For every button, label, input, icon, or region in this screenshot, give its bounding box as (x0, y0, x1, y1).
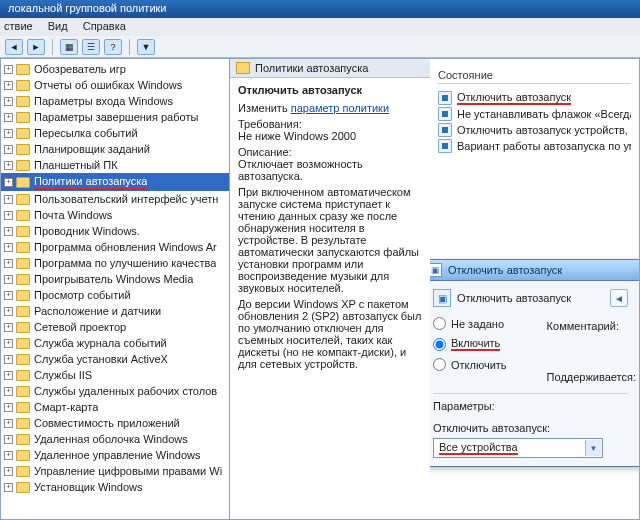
expand-icon[interactable]: + (4, 243, 13, 252)
tree-item[interactable]: +Программа обновления Windows Ar (1, 239, 229, 255)
tree-item[interactable]: +Просмотр событий (1, 287, 229, 303)
description-label: Описание: (238, 146, 292, 158)
tree-item[interactable]: +Параметры входа Windows (1, 93, 229, 109)
tree-item[interactable]: +Сетевой проектор (1, 319, 229, 335)
tree-item[interactable]: +Обозреватель игр (1, 61, 229, 77)
tree-item-label: Пользовательский интерфейс учетн (34, 192, 218, 206)
expand-icon[interactable]: + (4, 145, 13, 154)
dialog-titlebar[interactable]: ▣ Отключить автозапуск (430, 260, 640, 281)
expand-icon[interactable]: + (4, 211, 13, 220)
expand-icon[interactable]: + (4, 483, 13, 492)
expand-icon[interactable]: + (4, 195, 13, 204)
filter-button[interactable]: ▼ (137, 39, 155, 55)
expand-icon[interactable]: + (4, 129, 13, 138)
expand-icon[interactable]: + (4, 178, 13, 187)
toolbar-btn-2[interactable]: ☰ (82, 39, 100, 55)
tree-item[interactable]: +Почта Windows (1, 207, 229, 223)
tree-item[interactable]: +Пользовательский интерфейс учетн (1, 191, 229, 207)
tree-item-label: Расположение и датчики (34, 304, 161, 318)
folder-icon (16, 322, 30, 333)
folder-icon (16, 418, 30, 429)
expand-icon[interactable]: + (4, 259, 13, 268)
expand-icon[interactable]: + (4, 355, 13, 364)
expand-icon[interactable]: + (4, 275, 13, 284)
chevron-down-icon[interactable]: ▼ (585, 440, 601, 456)
expand-icon[interactable]: + (4, 451, 13, 460)
setting-item[interactable]: Вариант работы автозапуска по умо. (438, 138, 631, 154)
tree-item[interactable]: +Планировщик заданий (1, 141, 229, 157)
tree-item[interactable]: +Проигрыватель Windows Media (1, 271, 229, 287)
expand-icon[interactable]: + (4, 435, 13, 444)
tree-item[interactable]: +Программа по улучшению качества (1, 255, 229, 271)
tree-item[interactable]: +Проводник Windows. (1, 223, 229, 239)
expand-icon[interactable]: + (4, 65, 13, 74)
folder-icon (16, 144, 30, 155)
tree-item-label: Службы удаленных рабочих столов (34, 384, 217, 398)
tree-item[interactable]: +Расположение и датчики (1, 303, 229, 319)
tree-item[interactable]: +Совместимость приложений (1, 415, 229, 431)
dialog-title-text: Отключить автозапуск (448, 264, 562, 276)
policy-tree[interactable]: +Обозреватель игр+Отчеты об ошибках Wind… (0, 58, 230, 520)
setting-label: Отключить автозапуск устройств, не (457, 124, 631, 136)
tree-item[interactable]: +Параметры завершения работы (1, 109, 229, 125)
tree-item-label: Политики автозапуска (34, 174, 147, 190)
expand-icon[interactable]: + (4, 419, 13, 428)
forward-button[interactable]: ► (27, 39, 45, 55)
tree-item[interactable]: +Пересылка событий (1, 125, 229, 141)
setting-item[interactable]: Отключить автозапуск устройств, не (438, 122, 631, 138)
tree-item[interactable]: +Служба установки ActiveX (1, 351, 229, 367)
setting-item[interactable]: Отключить автозапуск (438, 90, 631, 106)
tree-item[interactable]: +Службы IIS (1, 367, 229, 383)
folder-icon (16, 258, 30, 269)
folder-icon (16, 306, 30, 317)
description-text-3: До версии Windows XP с пакетом обновлени… (238, 298, 422, 370)
tree-item[interactable]: +Службы удаленных рабочих столов (1, 383, 229, 399)
tree-item-label: Удаленная оболочка Windows (34, 432, 188, 446)
radio-enabled-input[interactable] (433, 338, 446, 351)
tree-item[interactable]: +Установщик Windows (1, 479, 229, 495)
expand-icon[interactable]: + (4, 387, 13, 396)
tree-item-label: Смарт-карта (34, 400, 98, 414)
drive-type-combo[interactable]: Все устройства ▼ (433, 438, 603, 458)
toolbar-btn-1[interactable]: ▦ (60, 39, 78, 55)
tree-item[interactable]: +Политики автозапуска (1, 173, 229, 191)
details-pane: Политики автозапуска Отключить автозапус… (230, 58, 430, 520)
help-button[interactable]: ? (104, 39, 122, 55)
description-text-1: Отключает возможность автозапуска. (238, 158, 363, 182)
expand-icon[interactable]: + (4, 467, 13, 476)
radio-disabled-input[interactable] (433, 358, 446, 371)
prev-setting-button[interactable]: ◄ (610, 289, 628, 307)
back-button[interactable]: ◄ (5, 39, 23, 55)
edit-policy-link[interactable]: параметр политики (291, 102, 389, 114)
radio-not-configured[interactable]: Не задано (433, 317, 507, 330)
tree-item[interactable]: +Управление цифровыми правами Wi (1, 463, 229, 479)
tree-item[interactable]: +Планшетный ПК (1, 157, 229, 173)
menu-action[interactable]: ствие (4, 20, 33, 32)
expand-icon[interactable]: + (4, 81, 13, 90)
expand-icon[interactable]: + (4, 339, 13, 348)
tree-item[interactable]: +Отчеты об ошибках Windows (1, 77, 229, 93)
radio-enabled[interactable]: Включить (433, 337, 507, 351)
expand-icon[interactable]: + (4, 113, 13, 122)
tree-item[interactable]: +Смарт-карта (1, 399, 229, 415)
tree-item-label: Установщик Windows (34, 480, 143, 494)
radio-disabled[interactable]: Отключить (433, 358, 507, 371)
menu-help[interactable]: Справка (83, 20, 126, 32)
window-title: локальной групповой политики (8, 2, 167, 14)
expand-icon[interactable]: + (4, 323, 13, 332)
expand-icon[interactable]: + (4, 291, 13, 300)
expand-icon[interactable]: + (4, 227, 13, 236)
expand-icon[interactable]: + (4, 161, 13, 170)
expand-icon[interactable]: + (4, 307, 13, 316)
expand-icon[interactable]: + (4, 97, 13, 106)
tree-item[interactable]: +Удаленное управление Windows (1, 447, 229, 463)
expand-icon[interactable]: + (4, 371, 13, 380)
tree-item[interactable]: +Служба журнала событий (1, 335, 229, 351)
menu-view[interactable]: Вид (48, 20, 68, 32)
radio-not-configured-input[interactable] (433, 317, 446, 330)
setting-item[interactable]: Не устанавливать флажок «Всегда вы (438, 106, 631, 122)
tree-item-label: Программа по улучшению качества (34, 256, 216, 270)
expand-icon[interactable]: + (4, 403, 13, 412)
tree-item[interactable]: +Удаленная оболочка Windows (1, 431, 229, 447)
requirements-value: Не ниже Windows 2000 (238, 130, 356, 142)
